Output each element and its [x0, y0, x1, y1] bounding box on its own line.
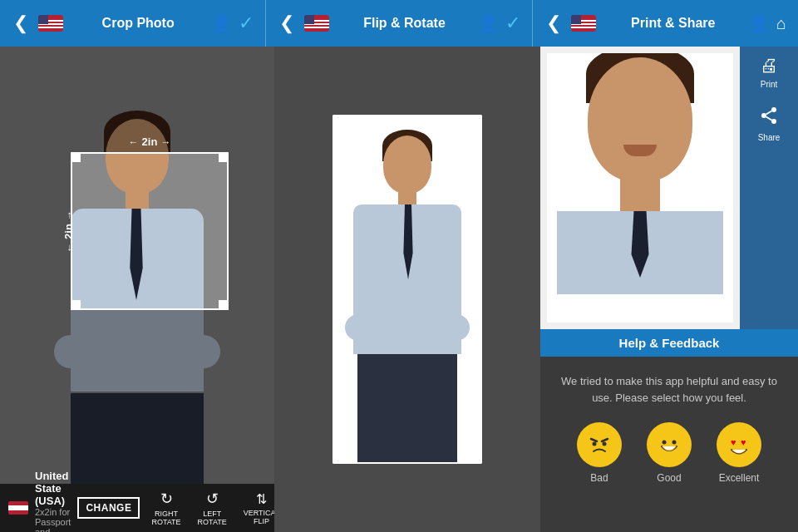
flip-person-arms: [345, 314, 470, 341]
print-button[interactable]: 🖨 Print: [760, 55, 778, 89]
svg-text:♥: ♥: [731, 437, 736, 447]
flip-person-tie: [401, 204, 415, 279]
vertical-flip-label: VERTICAL FLIP: [244, 509, 274, 525]
bottom-toolbar: United State (USA) 2x2in for Passport an…: [0, 484, 274, 532]
person-arms: [54, 335, 220, 368]
country-sub-label: 2x2in for Passport and VISA: [35, 507, 71, 533]
crop-corner-tr[interactable]: [219, 152, 229, 162]
print-person-tie: [628, 211, 653, 278]
crop-selection-box[interactable]: ← 2in → ← 2in →: [71, 152, 229, 310]
excellent-label: Excellent: [719, 472, 760, 484]
crop-width-label-container: ← 2in →: [72, 135, 227, 148]
svg-line-3: [766, 117, 772, 121]
crop-panel: ← 2in → ← 2in →: [0, 47, 274, 532]
crop-flag-icon: [38, 15, 63, 32]
svg-point-1: [761, 113, 766, 118]
print-panel: 🖨 Print Share: [540, 47, 798, 532]
bad-label: Bad: [590, 472, 608, 484]
print-person-face: [588, 57, 692, 182]
home-icon-button[interactable]: ⌂: [773, 14, 790, 33]
emoji-feedback-row: Bad: [557, 422, 781, 484]
crop-width-measure: ← 2in →: [129, 135, 171, 148]
flip-check-button[interactable]: ✓: [502, 12, 524, 34]
share-label: Share: [758, 133, 781, 142]
print-section-title: Print & Share: [601, 16, 746, 31]
vertical-flip-icon: ⇅: [256, 491, 267, 507]
svg-line-4: [766, 111, 772, 115]
country-info: United State (USA) 2x2in for Passport an…: [35, 470, 71, 533]
feedback-good[interactable]: Good: [647, 422, 692, 484]
right-rotate-button[interactable]: ↻ RIGHT ROTATE: [146, 490, 185, 526]
print-person-icon[interactable]: 👤: [746, 13, 773, 33]
feedback-bad[interactable]: Bad: [577, 422, 622, 484]
right-rotate-icon: ↻: [160, 490, 173, 508]
feedback-excellent[interactable]: ♥ ♥ Excellent: [717, 422, 761, 484]
print-preview-area: 🖨 Print Share: [540, 47, 798, 329]
crop-section-title: Crop Photo: [68, 16, 208, 31]
crop-photo-background: ← 2in → ← 2in →: [0, 47, 274, 532]
crop-height-label: 2in: [62, 224, 75, 239]
header-print-section: ❮ Print & Share 👤 ⌂: [533, 0, 798, 47]
help-header: Help & Feedback: [540, 329, 798, 357]
svg-point-10: [653, 429, 685, 461]
app-header: ❮ Crop Photo 👤 ✓ ❮ Flip & Rotate 👤 ✓ ❮ P…: [0, 0, 798, 47]
good-label: Good: [657, 472, 681, 484]
help-feedback-section: Help & Feedback We tried to make this ap…: [540, 329, 798, 532]
good-emoji-face: [647, 422, 692, 467]
main-content: ← 2in → ← 2in →: [0, 47, 798, 532]
bad-emoji-face: [577, 422, 622, 467]
share-button[interactable]: Share: [758, 106, 781, 142]
print-flag-icon: [571, 15, 596, 32]
flip-back-button[interactable]: ❮: [274, 12, 299, 34]
svg-point-5: [584, 429, 615, 461]
person-pants: [71, 393, 204, 493]
svg-point-9: [603, 442, 607, 446]
crop-width-label: 2in: [142, 135, 158, 148]
header-flip-section: ❮ Flip & Rotate 👤 ✓: [266, 0, 532, 47]
svg-point-12: [672, 441, 677, 445]
header-crop-section: ❮ Crop Photo 👤 ✓: [0, 0, 266, 47]
share-icon: [759, 106, 779, 130]
flip-panel: [274, 47, 540, 532]
print-icon: 🖨: [760, 55, 778, 76]
country-flag-icon: [8, 501, 28, 515]
crop-person-container: ← 2in → ← 2in →: [29, 86, 245, 493]
left-rotate-label: LEFT ROTATE: [198, 510, 227, 526]
vertical-flip-button[interactable]: ⇅ VERTICAL FLIP: [239, 491, 274, 525]
help-title: Help & Feedback: [619, 336, 720, 350]
crop-corner-br[interactable]: [219, 300, 229, 310]
help-body-text: We tried to make this app helpful and ea…: [557, 373, 781, 406]
crop-person-icon[interactable]: 👤: [208, 13, 235, 33]
help-body: We tried to make this app helpful and ea…: [540, 357, 798, 500]
left-rotate-icon: ↺: [206, 490, 219, 508]
right-rotate-label: RIGHT ROTATE: [151, 510, 180, 526]
crop-check-button[interactable]: ✓: [235, 12, 257, 34]
print-photo-bg: [547, 53, 733, 323]
left-rotate-button[interactable]: ↺ LEFT ROTATE: [193, 490, 232, 526]
country-name-label: United State (USA): [35, 470, 71, 507]
svg-text:♥: ♥: [741, 437, 746, 447]
change-country-button[interactable]: CHANGE: [77, 497, 140, 519]
svg-point-11: [663, 441, 667, 445]
flip-photo-preview: [332, 115, 482, 464]
excellent-emoji-face: ♥ ♥: [717, 422, 761, 467]
flip-person-icon[interactable]: 👤: [475, 13, 502, 33]
svg-point-13: [723, 429, 755, 461]
crop-height-measure: ← 2in →: [62, 210, 75, 253]
flip-person-face: [383, 135, 431, 194]
flip-flag-icon: [304, 15, 329, 32]
crop-height-label-container: ← 2in →: [47, 154, 90, 308]
svg-point-8: [593, 442, 597, 446]
print-back-button[interactable]: ❮: [541, 12, 566, 34]
svg-point-2: [771, 119, 776, 124]
svg-point-0: [771, 107, 776, 112]
print-label: Print: [761, 80, 778, 89]
print-photo-preview: [547, 53, 733, 323]
right-action-buttons: 🖨 Print Share: [740, 47, 798, 329]
flip-photo-bg: [332, 115, 482, 464]
crop-back-button[interactable]: ❮: [8, 12, 33, 34]
flip-person-pants: [357, 354, 457, 462]
flip-section-title: Flip & Rotate: [334, 16, 474, 31]
